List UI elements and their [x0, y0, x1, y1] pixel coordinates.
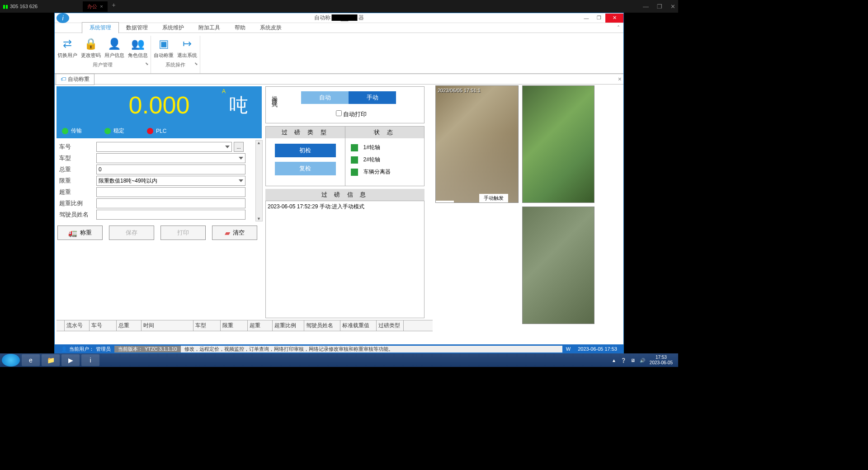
- weigh-type-box: 过 磅 类 型 初检 复检 状 态 1#轮轴 2#轮轴 车辆分离器: [265, 126, 425, 186]
- app-titlebar: i 自动称██器 — ❐ ✕: [55, 13, 623, 23]
- tray-icon[interactable]: 🖥: [631, 358, 635, 363]
- save-button[interactable]: 保存: [109, 226, 154, 240]
- clear-button[interactable]: ▰清空: [212, 226, 257, 240]
- close-button[interactable]: ✕: [605, 14, 623, 23]
- menu-help[interactable]: 帮助: [227, 23, 253, 33]
- role-icon: 👥: [131, 37, 145, 51]
- tab-auto-weigh[interactable]: 🏷自动称重: [56, 74, 94, 85]
- close-icon[interactable]: ✕: [670, 3, 675, 10]
- gross-weight-input[interactable]: [96, 164, 245, 174]
- close-all-tabs-icon[interactable]: ×: [618, 75, 622, 83]
- col-limit[interactable]: 限重: [221, 320, 248, 331]
- camera-feed-2[interactable]: [522, 85, 594, 203]
- led-plc: PLC: [147, 127, 166, 135]
- menu-addon-tools[interactable]: 附加工具: [191, 23, 227, 33]
- taskbar-media[interactable]: ▶: [61, 354, 80, 366]
- col-time[interactable]: 时间: [142, 320, 193, 331]
- weigh-form: 车号... 车型 总重 限重限重数值18吨~49吨以内 超重 超重比例 驾驶员姓…: [55, 140, 264, 223]
- mode-toggle: 自动 手动: [301, 91, 420, 104]
- browser-tab[interactable]: 办公 ×: [83, 1, 107, 12]
- maximize-button[interactable]: ❐: [593, 14, 605, 23]
- collapse-ribbon-icon[interactable]: ˄: [617, 25, 620, 31]
- print-button[interactable]: 打印: [160, 226, 206, 240]
- status-desc: 修改，远程定价，视频监控，订单查询，网络打印审核，网络记录修改审核和称重审核等功…: [181, 346, 562, 352]
- overweight-ratio-input[interactable]: [96, 198, 245, 208]
- expand-icon[interactable]: ⬊: [194, 61, 198, 66]
- tray-icon[interactable]: 🔊: [640, 358, 645, 363]
- statusbar: 👤当前用户：管理员 当前版本：YTZC 3.1.1.10 修改，远程定价，视频监…: [55, 344, 623, 353]
- weigh-button[interactable]: 🚛称重: [57, 226, 103, 240]
- recheck-button[interactable]: 复检: [275, 162, 336, 175]
- ribbon-group-label: 用户管理⬊: [56, 61, 150, 68]
- camera-panel: 2023/06/05 17:51:1 手动触发: [434, 85, 623, 344]
- weigh-log[interactable]: 2023-06-05 17:52:29 手动:进入手动模式: [265, 201, 425, 318]
- lock-icon: 🔒: [84, 37, 98, 51]
- form-scrollbar[interactable]: [255, 140, 263, 221]
- new-tab-button[interactable]: +: [112, 1, 116, 12]
- change-password-button[interactable]: 🔒更改密码: [79, 36, 103, 60]
- status-datetime: 2023-06-05 17:53: [574, 346, 621, 352]
- col-std-load[interactable]: 标准载重值: [340, 320, 377, 331]
- minimize-button[interactable]: —: [580, 14, 593, 23]
- auto-icon: ▣: [156, 37, 171, 51]
- system-tray[interactable]: ▲ ❔ 🖥 🔊 17:53 2023-06-05: [612, 355, 676, 366]
- vehicle-type-select[interactable]: [96, 153, 245, 163]
- col-driver[interactable]: 驾驶员姓名: [304, 320, 340, 331]
- ribbon-group-label: 系统操作⬊: [152, 61, 199, 68]
- tray-clock[interactable]: 17:53 2023-06-05: [650, 355, 673, 366]
- minimize-icon[interactable]: —: [643, 3, 649, 10]
- limit-select[interactable]: 限重数值18吨~49吨以内: [96, 176, 245, 186]
- camera-feed-1[interactable]: 2023/06/05 17:51:1 手动触发: [435, 85, 519, 203]
- taskbar-explorer[interactable]: 📁: [42, 354, 60, 366]
- menu-system-manage[interactable]: 系统管理: [82, 22, 119, 33]
- status-axle2: 2#轮轴: [351, 156, 419, 164]
- led-stable: 稳定: [104, 127, 124, 135]
- taskbar-ie[interactable]: e: [22, 354, 40, 366]
- tray-icon[interactable]: ▲: [612, 358, 616, 363]
- status-user: 👤当前用户：管理员: [57, 346, 114, 352]
- mode-manual-button[interactable]: 手动: [349, 91, 396, 104]
- menu-skin[interactable]: 系统皮肤: [253, 23, 289, 33]
- col-type[interactable]: 车型: [193, 320, 221, 331]
- first-check-button[interactable]: 初检: [275, 144, 336, 157]
- mode-auto-button[interactable]: 自动: [301, 91, 349, 104]
- weight-unit: 吨: [229, 93, 248, 118]
- maximize-icon[interactable]: ❐: [657, 3, 662, 10]
- overweight-input[interactable]: [96, 187, 245, 197]
- driver-name-input[interactable]: [96, 210, 245, 220]
- col-over[interactable]: 超重: [248, 320, 273, 331]
- col-vehicle[interactable]: 车号: [90, 320, 117, 331]
- expand-icon[interactable]: ⬊: [145, 61, 149, 66]
- col-weigh-type[interactable]: 过磅类型: [377, 320, 404, 331]
- app-logo-icon: i: [57, 13, 69, 23]
- col-gross[interactable]: 总重: [117, 320, 142, 331]
- auto-print-checkbox[interactable]: [336, 110, 342, 116]
- app-title: 自动称██器: [314, 14, 363, 22]
- camera-label: [436, 201, 454, 202]
- status-w: W: [562, 346, 574, 352]
- vehicle-no-select[interactable]: [96, 142, 232, 152]
- col-over-ratio[interactable]: 超重比例: [273, 320, 304, 331]
- truck-icon: 🚛: [68, 229, 77, 237]
- role-info-button[interactable]: 👥角色信息: [126, 36, 150, 60]
- menu-system-maint[interactable]: 系统维护: [155, 23, 191, 33]
- status-axle1: 1#轮轴: [351, 144, 419, 151]
- tray-icon[interactable]: ❔: [621, 358, 626, 363]
- exit-system-button[interactable]: ↦退出系统: [175, 36, 199, 60]
- signal-text: 305 163 626: [10, 4, 38, 9]
- menubar: 系统管理 数据管理 系统维护 附加工具 帮助 系统皮肤 ˄: [55, 23, 623, 33]
- led-transfer: 传输: [62, 127, 82, 135]
- auto-weigh-button[interactable]: ▣自动称重: [152, 36, 175, 60]
- start-button[interactable]: [2, 354, 20, 367]
- user-icon: 👤: [107, 37, 122, 51]
- camera-feed-3[interactable]: [522, 207, 594, 324]
- col-serial[interactable]: 流水号: [65, 320, 90, 331]
- user-info-button[interactable]: 👤用户信息: [103, 36, 126, 60]
- menu-data-manage[interactable]: 数据管理: [119, 23, 155, 33]
- close-icon[interactable]: ×: [100, 4, 103, 9]
- browse-button[interactable]: ...: [234, 142, 244, 152]
- switch-user-button[interactable]: ⇄切换用户: [56, 36, 79, 60]
- signal-indicator: ▮▮: [3, 4, 8, 9]
- ribbon: ⇄切换用户 🔒更改密码 👤用户信息 👥角色信息 用户管理⬊ ▣自动称重 ↦退出系…: [55, 33, 623, 74]
- taskbar-app[interactable]: i: [81, 354, 99, 366]
